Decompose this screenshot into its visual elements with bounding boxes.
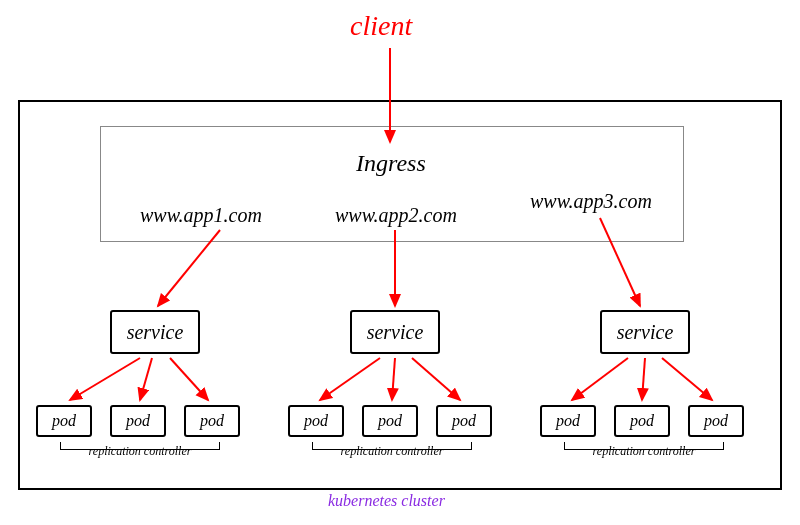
service-label-app1: service [127, 321, 184, 344]
service-label-app3: service [617, 321, 674, 344]
host-label-app2: www.app2.com [335, 204, 457, 227]
client-label: client [350, 10, 412, 42]
rc-label-app1: replication controller [60, 444, 220, 459]
service-box-app2: service [350, 310, 440, 354]
ingress-label: Ingress [356, 150, 426, 177]
host-label-app3: www.app3.com [530, 190, 652, 213]
pod-box-app2-1: pod [362, 405, 418, 437]
pod-label: pod [200, 412, 224, 430]
pod-box-app1-1: pod [110, 405, 166, 437]
rc-label-app3: replication controller [564, 444, 724, 459]
pod-label: pod [378, 412, 402, 430]
pod-box-app3-1: pod [614, 405, 670, 437]
pod-label: pod [556, 412, 580, 430]
pod-label: pod [304, 412, 328, 430]
pod-box-app1-0: pod [36, 405, 92, 437]
rc-label-app2: replication controller [312, 444, 472, 459]
pod-box-app3-2: pod [688, 405, 744, 437]
pod-label: pod [452, 412, 476, 430]
pod-label: pod [630, 412, 654, 430]
cluster-label: kubernetes cluster [328, 492, 445, 510]
service-box-app1: service [110, 310, 200, 354]
pod-box-app2-0: pod [288, 405, 344, 437]
diagram-stage: client Ingress www.app1.com www.app2.com… [0, 0, 800, 525]
service-box-app3: service [600, 310, 690, 354]
host-label-app1: www.app1.com [140, 204, 262, 227]
pod-box-app3-0: pod [540, 405, 596, 437]
pod-label: pod [704, 412, 728, 430]
pod-label: pod [126, 412, 150, 430]
service-label-app2: service [367, 321, 424, 344]
pod-label: pod [52, 412, 76, 430]
pod-box-app2-2: pod [436, 405, 492, 437]
pod-box-app1-2: pod [184, 405, 240, 437]
